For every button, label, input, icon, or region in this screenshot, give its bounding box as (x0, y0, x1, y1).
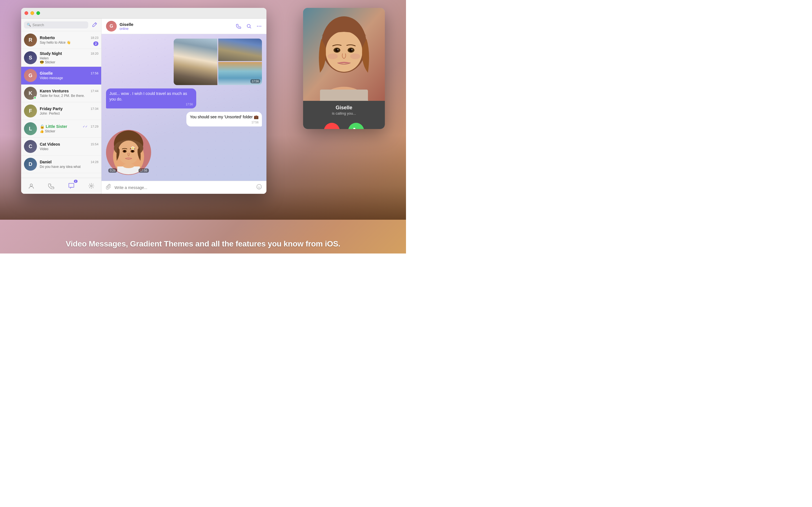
svg-point-2 (247, 24, 250, 27)
chat-list: R Roberto 18:23 Say hello to Alice 👋 2 (21, 31, 101, 178)
emoji-button[interactable] (256, 184, 262, 191)
svg-rect-25 (320, 90, 368, 101)
chat-info-study: Study Night 18:20 Helen 😎 Sticker (40, 51, 98, 64)
svg-point-11 (118, 140, 139, 164)
chat-preview-little: 👍 Sticker (40, 129, 98, 133)
chat-item-daniel[interactable]: D Daniel 14:28 Do you have any idea what (21, 156, 101, 173)
message-input-area (101, 181, 266, 194)
svg-point-3 (257, 26, 258, 27)
bubble-text1: Just... wow . I wish I could travel as m… (109, 91, 193, 102)
search-placeholder: Search (33, 23, 44, 27)
svg-point-5 (260, 26, 261, 27)
video-portrait (106, 130, 151, 175)
chat-info-giselle: Giselle 17:56 Video message (40, 71, 98, 80)
message-input[interactable] (114, 185, 253, 190)
maximize-button[interactable] (36, 11, 40, 15)
chat-name-roberto: Roberto (40, 36, 55, 40)
svg-point-34 (327, 54, 338, 59)
avatar-karen: K (29, 91, 33, 96)
chat-info-daniel: Daniel 14:28 Do you have any idea what (40, 160, 98, 169)
chat-item-study[interactable]: S Study Night 18:20 Helen 😎 Sticker (21, 49, 101, 67)
chat-time-roberto: 18:23 (91, 36, 98, 40)
more-options-button[interactable] (256, 23, 262, 29)
traffic-lights (24, 11, 40, 15)
avatar-giselle: G (29, 73, 33, 78)
call-button[interactable] (236, 23, 242, 29)
photo-mountain (174, 39, 217, 85)
app-window: 🔍 Search R (21, 8, 266, 194)
title-bar (21, 8, 266, 18)
chat-header-name: Giselle (119, 22, 233, 27)
svg-point-0 (30, 184, 33, 186)
call-caller-name: Giselle (308, 105, 380, 111)
chat-preview-study: Helen 😎 Sticker (40, 56, 98, 64)
message-bubble-sent1: You should see my 'Unsorted' folder 💼 17… (186, 112, 262, 126)
minimize-button[interactable] (31, 11, 34, 15)
svg-point-32 (337, 49, 339, 50)
svg-point-19 (123, 164, 134, 168)
chat-item-giselle[interactable]: G Giselle 17:56 Video message (21, 67, 101, 84)
call-status: is calling you... (308, 111, 380, 115)
chat-time-friday: 17:34 (91, 107, 98, 110)
avatar-cat: C (29, 144, 33, 150)
chat-name-giselle: Giselle (40, 71, 53, 75)
chat-header-status: online (119, 27, 233, 31)
avatar-study: S (29, 55, 32, 61)
accept-call-button[interactable] (348, 123, 364, 129)
chat-item-karen[interactable]: K Karen Ventures 17:44 Table for four, 2… (21, 84, 101, 102)
message-row-received1: Just... wow . I wish I could travel as m… (106, 89, 262, 108)
svg-point-1 (91, 185, 92, 187)
chat-name-karen: Karen Ventures (40, 89, 69, 93)
messages-area: 17:56 Just... wow . I wish I could trave… (101, 34, 266, 181)
call-buttons (303, 119, 385, 129)
chat-time-cat: 15:54 (91, 143, 98, 146)
app-body: 🔍 Search R (21, 18, 266, 194)
chat-time-giselle: 17:56 (91, 71, 98, 75)
photo-collage-message: 17:56 (174, 39, 262, 85)
chat-item-cat[interactable]: C Cat Videos 15:54 Video (21, 138, 101, 156)
decline-call-button[interactable] (324, 123, 340, 129)
chat-info-cat: Cat Videos 15:54 Video (40, 142, 98, 151)
search-icon: 🔍 (27, 23, 31, 27)
chat-name-cat: Cat Videos (40, 142, 60, 147)
search-chat-button[interactable] (246, 23, 252, 29)
message-bubble-received1: Just... wow . I wish I could travel as m… (106, 89, 196, 108)
caller-portrait (303, 8, 385, 101)
chat-info-karen: Karen Ventures 17:44 Table for four, 2 P… (40, 89, 98, 98)
chat-preview-daniel: Do you have any idea what (40, 165, 98, 169)
chat-header-info: Giselle online (119, 22, 233, 31)
svg-point-22 (260, 186, 260, 187)
chat-item-little[interactable]: L 🔒 Little Sister ✓✓ 17:29 👍 Sticker (21, 120, 101, 138)
call-photo (303, 8, 385, 101)
chat-main: G Giselle online (101, 18, 266, 194)
search-box[interactable]: 🔍 Search (24, 21, 88, 29)
chat-preview-friday: John Perfect (40, 112, 98, 115)
svg-point-20 (257, 184, 262, 189)
avatar-friday: F (29, 108, 32, 114)
close-button[interactable] (24, 11, 28, 15)
chat-header: G Giselle online (101, 18, 266, 34)
svg-point-35 (350, 54, 360, 59)
svg-point-27 (326, 31, 362, 72)
svg-point-15 (132, 151, 133, 152)
chat-name-daniel: Daniel (40, 160, 52, 164)
bubble-time2: 17:56 (190, 121, 259, 124)
chat-item-roberto[interactable]: R Roberto 18:23 Say hello to Alice 👋 2 (21, 31, 101, 49)
tab-profile[interactable] (26, 180, 37, 191)
video-message: 0:29 17:56 (106, 130, 151, 175)
tab-chats[interactable]: 2 (66, 180, 77, 191)
photo-timestamp: 17:56 (250, 79, 260, 83)
attach-button[interactable] (106, 184, 112, 191)
chat-name-little: 🔒 Little Sister (40, 124, 67, 129)
avatar-little: L (29, 126, 32, 132)
tab-calls[interactable] (46, 180, 57, 191)
badge-roberto: 2 (93, 41, 98, 46)
chat-item-friday[interactable]: F Friday Party 17:34 John Perfect (21, 102, 101, 120)
svg-point-21 (258, 186, 259, 187)
compose-button[interactable] (91, 21, 98, 29)
chat-preview-giselle: Video message (40, 76, 98, 80)
chat-preview-roberto: Say hello to Alice 👋 (40, 41, 98, 45)
online-indicator-karen (34, 96, 36, 99)
tab-settings[interactable] (86, 180, 97, 191)
bubble-time1: 17:56 (109, 103, 193, 106)
